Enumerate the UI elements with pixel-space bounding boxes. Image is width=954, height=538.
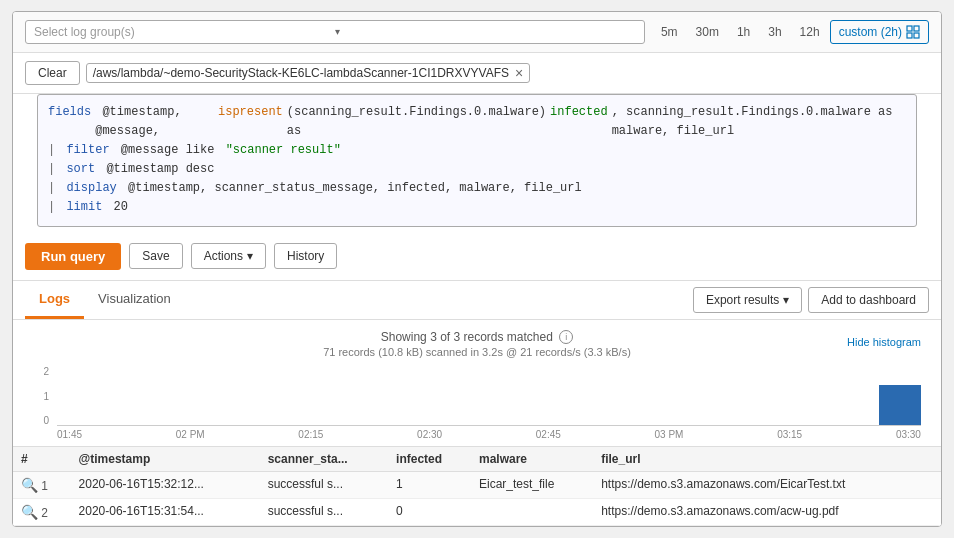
x-label-4: 02:30 — [417, 429, 442, 440]
custom-time-label: custom (2h) — [839, 25, 902, 39]
results-area: Logs Visualization Export results ▾ Add … — [13, 281, 941, 527]
th-infected: infected — [388, 447, 471, 472]
log-path-tag: /aws/lambda/~demo-SecurityStack-KE6LC-la… — [86, 63, 530, 83]
x-label-7: 03:15 — [777, 429, 802, 440]
run-query-button[interactable]: Run query — [25, 243, 121, 270]
log-group-select[interactable]: Select log group(s) ▾ — [25, 20, 645, 44]
x-label-1: 01:45 — [57, 429, 82, 440]
export-results-label: Export results — [706, 293, 779, 307]
bar-spike — [879, 385, 921, 425]
main-container: Select log group(s) ▾ 5m 30m 1h 3h 12h c… — [12, 11, 942, 528]
table-header-row: # @timestamp scanner_sta... infected mal… — [13, 447, 941, 472]
tabs-bar: Logs Visualization Export results ▾ Add … — [13, 281, 941, 320]
row-num-1: 1 — [41, 479, 48, 493]
y-label-1: 1 — [43, 391, 49, 402]
x-label-2: 02 PM — [176, 429, 205, 440]
caret-icon: ▾ — [335, 26, 636, 37]
td-zoom-1: 🔍 1 — [13, 472, 71, 499]
log-path-text: /aws/lambda/~demo-SecurityStack-KE6LC-la… — [93, 66, 509, 80]
code-line-2: | filter @message like "scanner result" — [48, 141, 906, 160]
table-row: 🔍 1 2020-06-16T15:32:12... successful s.… — [13, 472, 941, 499]
info-icon[interactable]: i — [559, 330, 573, 344]
chart-wrapper: 2 1 0 — [33, 366, 921, 446]
close-log-path-icon[interactable]: × — [515, 66, 523, 80]
time-btn-1h[interactable]: 1h — [729, 21, 758, 43]
time-buttons: 5m 30m 1h 3h 12h custom (2h) — [653, 20, 929, 44]
td-malware-1: Eicar_test_file — [471, 472, 593, 499]
x-label-5: 02:45 — [536, 429, 561, 440]
td-zoom-2: 🔍 2 — [13, 499, 71, 526]
td-timestamp-1: 2020-06-16T15:32:12... — [71, 472, 260, 499]
td-fileurl-1: https://demo.s3.amazonaws.com/EicarTest.… — [593, 472, 941, 499]
actions-button[interactable]: Actions ▾ — [191, 243, 266, 269]
history-button[interactable]: History — [274, 243, 337, 269]
time-btn-12h[interactable]: 12h — [792, 21, 828, 43]
actions-caret-icon: ▾ — [247, 249, 253, 263]
top-bar: Select log group(s) ▾ 5m 30m 1h 3h 12h c… — [13, 12, 941, 53]
th-scanner-status: scanner_sta... — [260, 447, 388, 472]
x-label-3: 02:15 — [298, 429, 323, 440]
log-group-placeholder: Select log group(s) — [34, 25, 335, 39]
svg-rect-1 — [914, 26, 919, 31]
save-button[interactable]: Save — [129, 243, 182, 269]
action-row: Run query Save Actions ▾ History — [13, 233, 941, 281]
chart-bars — [57, 366, 921, 426]
th-num: # — [13, 447, 71, 472]
add-to-dashboard-button[interactable]: Add to dashboard — [808, 287, 929, 313]
table-row: 🔍 2 2020-06-16T15:31:54... successful s.… — [13, 499, 941, 526]
table-container: # @timestamp scanner_sta... infected mal… — [13, 446, 941, 526]
svg-rect-2 — [907, 33, 912, 38]
time-btn-30m[interactable]: 30m — [688, 21, 727, 43]
td-scanner-1: successful s... — [260, 472, 388, 499]
zoom-icon-2[interactable]: 🔍 — [21, 504, 38, 520]
clear-button[interactable]: Clear — [25, 61, 80, 85]
export-caret-icon: ▾ — [783, 293, 789, 307]
y-label-2: 2 — [43, 366, 49, 377]
actions-label: Actions — [204, 249, 243, 263]
tab-visualization[interactable]: Visualization — [84, 281, 185, 319]
td-scanner-2: successful s... — [260, 499, 388, 526]
th-malware: malware — [471, 447, 593, 472]
query-bar: Clear /aws/lambda/~demo-SecurityStack-KE… — [13, 53, 941, 94]
chart-inner: 01:45 02 PM 02:15 02:30 02:45 03 PM 03:1… — [57, 366, 921, 446]
export-results-button[interactable]: Export results ▾ — [693, 287, 802, 313]
hide-histogram-button[interactable]: Hide histogram — [847, 336, 921, 348]
y-axis: 2 1 0 — [33, 366, 53, 426]
svg-rect-3 — [914, 33, 919, 38]
td-infected-2: 0 — [388, 499, 471, 526]
td-fileurl-2: https://demo.s3.amazonaws.com/acw-ug.pdf — [593, 499, 941, 526]
th-timestamp: @timestamp — [71, 447, 260, 472]
scan-info-text: 71 records (10.8 kB) scanned in 3.2s @ 2… — [29, 346, 925, 358]
time-btn-5m[interactable]: 5m — [653, 21, 686, 43]
x-label-6: 03 PM — [655, 429, 684, 440]
time-btn-custom[interactable]: custom (2h) — [830, 20, 929, 44]
y-label-0: 0 — [43, 415, 49, 426]
x-label-8: 03:30 — [896, 429, 921, 440]
th-fileurl: file_url — [593, 447, 941, 472]
time-btn-3h[interactable]: 3h — [760, 21, 789, 43]
code-line-5: | limit 20 — [48, 198, 906, 217]
tab-logs[interactable]: Logs — [25, 281, 84, 319]
code-editor[interactable]: fields @timestamp, @message, ispresent (… — [37, 94, 917, 227]
chart-area: Showing 3 of 3 records matched i 71 reco… — [13, 320, 941, 447]
svg-rect-0 — [907, 26, 912, 31]
td-malware-2 — [471, 499, 593, 526]
td-infected-1: 1 — [388, 472, 471, 499]
td-timestamp-2: 2020-06-16T15:31:54... — [71, 499, 260, 526]
code-line-3: | sort @timestamp desc — [48, 160, 906, 179]
code-line-4: | display @timestamp, scanner_status_mes… — [48, 179, 906, 198]
code-line-1: fields @timestamp, @message, ispresent (… — [48, 103, 906, 141]
row-num-2: 2 — [41, 506, 48, 520]
grid-icon — [906, 25, 920, 39]
zoom-icon-1[interactable]: 🔍 — [21, 477, 38, 493]
results-table: # @timestamp scanner_sta... infected mal… — [13, 446, 941, 526]
x-axis: 01:45 02 PM 02:15 02:30 02:45 03 PM 03:1… — [57, 426, 921, 440]
records-matched-text: Showing 3 of 3 records matched i — [29, 330, 925, 345]
